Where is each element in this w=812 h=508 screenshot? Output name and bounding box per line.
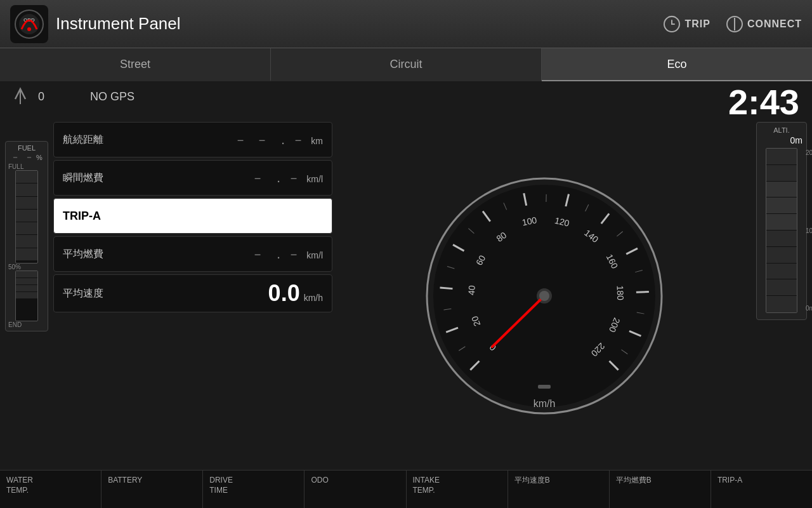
svg-line-13: [440, 288, 453, 289]
tab-street[interactable]: Street: [0, 48, 271, 81]
fuel-half-label: 50%: [8, 264, 21, 271]
trip-button[interactable]: TRIP: [663, 15, 710, 33]
alti-label-200: 200m: [806, 149, 812, 156]
svg-point-48: [539, 291, 549, 301]
fuel-end-label: END: [8, 321, 22, 328]
battery-label: BATTERY: [108, 476, 196, 486]
avg-speed-label: 平均速度: [63, 287, 268, 300]
trip-a-bottom-label: TRIP-A: [717, 476, 806, 486]
tab-eco[interactable]: Eco: [542, 48, 812, 81]
content-area: FUEL － － % FULL 50% END: [0, 117, 812, 470]
svg-point-4: [27, 27, 31, 31]
intake-temp-cell: INTAKE TEMP. － °C: [407, 471, 508, 508]
trip-a-label: TRIP-A: [63, 210, 323, 223]
intake-temp-label: INTAKE TEMP.: [413, 476, 501, 495]
range-value: － － ．－ km: [234, 131, 323, 149]
alti-current-value: 0m: [790, 135, 802, 145]
fuel-pct-symbol: %: [36, 154, 43, 161]
alti-label-100: 100m: [806, 227, 812, 234]
connect-button[interactable]: CONNECT: [726, 15, 802, 33]
avg-fuel-b-label: 平均燃費B: [616, 476, 704, 486]
tabs: Street Circuit Eco: [0, 48, 812, 81]
speedometer: 0 20 40 60 80 100 120 140 160 180 200 22…: [337, 122, 751, 470]
avg-fuel-label: 平均燃費: [63, 248, 251, 261]
alti-title: ALTI.: [773, 126, 789, 134]
water-temp-label: WATER TEMP.: [6, 476, 95, 495]
odo-cell: ODO 00000 km: [304, 471, 406, 508]
fuel-gauge: FUEL － － % FULL 50% END: [5, 141, 48, 331]
gps-status: NO GPS: [90, 90, 134, 104]
altimeter: ALTI. 0m 200m 100m 0: [756, 122, 807, 320]
instant-fuel-label: 瞬間燃費: [63, 171, 251, 185]
svg-text:40: 40: [466, 284, 477, 295]
trip-icon: [663, 15, 681, 33]
battery-cell: BATTERY － ．－ Volt: [102, 471, 203, 508]
header: OBD Instrument Panel TRIP CONNECT: [0, 0, 812, 48]
odo-label: ODO: [311, 476, 399, 486]
data-panels: 航続距離 － － ．－ km 瞬間燃費 － ．－ km/l TRIP-A: [53, 122, 332, 470]
svg-rect-49: [538, 385, 551, 389]
trip-label: TRIP: [684, 18, 710, 30]
instant-fuel-value: － ．－ km/l: [251, 170, 323, 187]
drive-time-cell: DRIVE TIME －－：－－：－－: [203, 471, 304, 508]
fuel-title: FUEL: [18, 144, 36, 152]
avg-speed-b-label: 平均速度B: [514, 476, 603, 486]
top-info-bar: 0 NO GPS 2:43: [0, 81, 812, 112]
range-row: 航続距離 － － ．－ km: [53, 122, 332, 157]
avg-fuel-value: － ．－ km/l: [251, 246, 323, 263]
drive-time-label: DRIVE TIME: [209, 476, 298, 495]
main-content: 0 NO GPS 2:43 FUEL － － % FULL 50%: [0, 81, 812, 470]
trip-a-bottom-cell: TRIP-A 000.0 km: [711, 471, 812, 508]
water-temp-cell: WATER TEMP. － °C: [0, 471, 102, 508]
header-buttons: TRIP CONNECT: [663, 15, 802, 33]
app-title: Instrument Panel: [56, 14, 663, 34]
avg-speed-value: 0.0 km/h: [268, 280, 323, 307]
avg-fuel-b-cell: 平均燃費B － ．－ km/l: [610, 471, 711, 508]
fuel-full-label: FULL: [8, 163, 23, 170]
trip-a-row: TRIP-A: [53, 198, 332, 234]
svg-line-20: [636, 292, 649, 293]
instant-fuel-row: 瞬間燃費 － ．－ km/l: [53, 160, 332, 196]
obd-logo-icon: OBD: [10, 5, 48, 43]
tab-circuit[interactable]: Circuit: [271, 48, 542, 81]
gps-icon: [10, 86, 30, 107]
connect-icon: [726, 15, 743, 33]
range-label: 航続距離: [63, 133, 234, 147]
avg-fuel-row: 平均燃費 － ．－ km/l: [53, 236, 332, 272]
fuel-pct-value: － －: [11, 152, 35, 163]
svg-text:180: 180: [615, 285, 625, 300]
alti-label-0: 0m: [806, 305, 812, 312]
speedometer-svg: 0 20 40 60 80 100 120 140 160 180 200 22…: [417, 163, 671, 429]
svg-text:km/h: km/h: [534, 398, 556, 409]
gps-speed: 0: [38, 90, 44, 104]
time-display: 2:43: [728, 81, 799, 123]
avg-speed-row: 平均速度 0.0 km/h: [53, 274, 332, 312]
connect-label: CONNECT: [747, 18, 802, 30]
avg-speed-b-cell: 平均速度B 0.0 km/h: [508, 471, 610, 508]
bottom-bar: WATER TEMP. － °C BATTERY － ．－ Volt DRIVE…: [0, 470, 812, 508]
